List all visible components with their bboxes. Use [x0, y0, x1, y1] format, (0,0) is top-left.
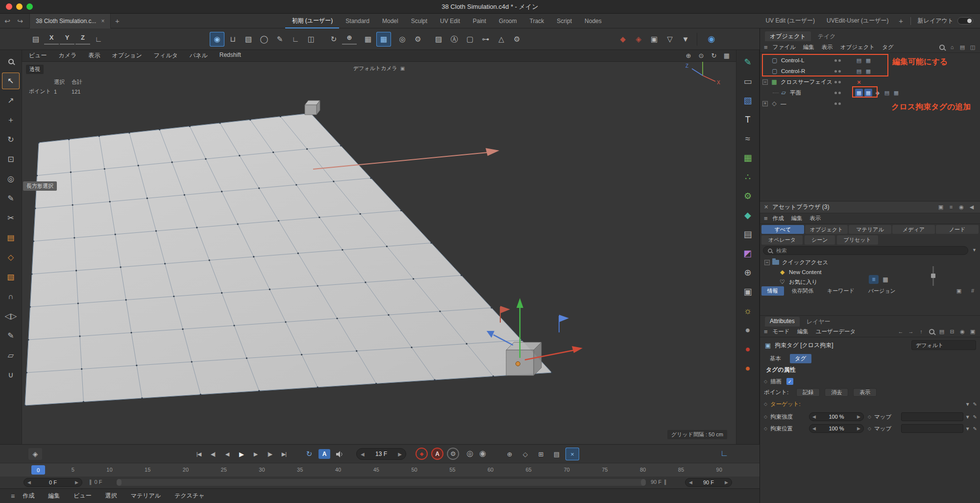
- transport-button-5[interactable]: |▶: [263, 448, 276, 460]
- attr-tab-1[interactable]: レイヤー: [802, 317, 835, 327]
- dynamics-icon[interactable]: ⚙: [738, 188, 757, 204]
- knife-icon[interactable]: ✂: [2, 210, 20, 226]
- layout-lock-toggle[interactable]: [957, 17, 973, 25]
- spline-icon[interactable]: ≈: [738, 130, 757, 147]
- axis-y-icon[interactable]: Y: [60, 32, 74, 45]
- camera-icon[interactable]: ▣: [738, 283, 757, 300]
- spline-pen-icon[interactable]: ✎: [2, 327, 20, 344]
- add-layout-button[interactable]: +: [895, 17, 907, 25]
- dec-icon[interactable]: ◀: [812, 414, 816, 419]
- range-start-dec-icon[interactable]: ◀: [27, 480, 31, 485]
- spline-pen-obj-icon[interactable]: ✎: [738, 54, 757, 70]
- scene-icon[interactable]: ⊕: [738, 264, 757, 280]
- lock-icon[interactable]: ⊟: [948, 327, 956, 336]
- ab-sub-tab-2[interactable]: プリセット: [837, 235, 878, 245]
- generator-icon[interactable]: ▤: [738, 226, 757, 242]
- target-rec-icon[interactable]: ◉: [958, 327, 967, 336]
- position-map-field[interactable]: [901, 424, 963, 433]
- document-tab[interactable]: 38 Cloth Simulation.c... ×: [29, 14, 111, 28]
- display-tag-icon[interactable]: ▤: [855, 67, 863, 75]
- move-icon[interactable]: ＋: [2, 112, 20, 128]
- uv-tag-icon[interactable]: ▦: [892, 89, 900, 97]
- ab-info-tab-1[interactable]: 依存関係: [786, 286, 819, 296]
- ab-sub-tab-0[interactable]: オペレータ: [761, 235, 803, 245]
- record-rotation-icon[interactable]: ◉: [479, 449, 486, 458]
- layout-tab-0[interactable]: 初期 (ユーザー): [285, 14, 339, 28]
- undo-icon[interactable]: ↩: [2, 16, 13, 26]
- simulate-icon[interactable]: ◉: [210, 32, 224, 47]
- panel-icon[interactable]: ◫: [968, 43, 977, 52]
- om-menu-4[interactable]: タグ: [882, 44, 894, 51]
- cylinder-icon[interactable]: ⊔: [225, 32, 240, 47]
- content-box-icon[interactable]: ▤: [28, 32, 43, 47]
- position-stepper[interactable]: ◀ 100 % ▶: [809, 424, 864, 433]
- sphere-icon[interactable]: ◯: [257, 32, 271, 47]
- loop-icon[interactable]: ↻: [303, 448, 316, 460]
- edit-icon[interactable]: ✎: [973, 426, 977, 431]
- layout-tab-4[interactable]: UV Edit: [434, 14, 466, 28]
- om-menu-1[interactable]: 編集: [803, 44, 814, 51]
- annotate-icon[interactable]: Ⓐ: [447, 32, 462, 47]
- keyframe-settings-icon[interactable]: ⚙: [447, 448, 459, 460]
- toggle-view-icon[interactable]: ▦: [721, 51, 732, 61]
- collapse-icon[interactable]: ◀: [967, 203, 976, 212]
- record-keyframe-button[interactable]: ◆: [416, 448, 428, 460]
- list-icon[interactable]: ≡: [947, 203, 956, 212]
- ab-sub-tab-1[interactable]: シーン: [805, 235, 835, 245]
- bottom-menu-1[interactable]: 編集: [48, 492, 60, 500]
- timeline-expand-icon[interactable]: ∟: [720, 449, 729, 458]
- rotate-cube-icon[interactable]: ↻: [326, 32, 341, 47]
- deformer-icon[interactable]: ◩: [738, 245, 757, 261]
- om-tab-1[interactable]: テイク: [813, 31, 841, 41]
- layout-tab-1[interactable]: Standard: [339, 14, 376, 28]
- axis-x-icon[interactable]: X: [44, 32, 59, 45]
- hash-icon[interactable]: #: [967, 287, 979, 295]
- transport-button-2[interactable]: ◀: [220, 448, 234, 460]
- viewport-menu-5[interactable]: パネル: [190, 51, 208, 60]
- ab-category-tab-2[interactable]: マテリアル: [849, 225, 891, 234]
- layout-tab-6[interactable]: Groom: [492, 14, 523, 28]
- visibility-dots[interactable]: [834, 81, 841, 83]
- transport-button-6[interactable]: ▶|: [277, 448, 291, 460]
- object-name[interactable]: Control-L: [781, 57, 804, 63]
- om-menu-2[interactable]: 表示: [822, 44, 833, 51]
- camera-label[interactable]: デフォルトカメラ ▣: [353, 65, 405, 72]
- cut-tool-icon[interactable]: ×: [565, 448, 579, 460]
- pan-icon[interactable]: ⊕: [683, 51, 694, 61]
- object-row[interactable]: ▢ Control-R ▤▦: [760, 66, 980, 76]
- layout-tab-8[interactable]: Script: [550, 14, 578, 28]
- layout-tab-7[interactable]: Track: [523, 14, 551, 28]
- orbit-icon[interactable]: ↻: [709, 51, 719, 61]
- chevron-down-icon[interactable]: ▼: [965, 402, 970, 407]
- disabled-x-icon[interactable]: ×: [855, 78, 863, 86]
- copy2-icon[interactable]: ▣: [953, 287, 965, 295]
- search2-icon[interactable]: [927, 327, 936, 336]
- collapse-icon[interactable]: −: [764, 260, 770, 265]
- visibility-dots[interactable]: [834, 92, 841, 94]
- frame-decrement-icon[interactable]: ◀: [361, 452, 365, 457]
- text-icon[interactable]: T: [738, 111, 757, 127]
- key-icon[interactable]: ⊶: [478, 32, 493, 47]
- draw-checkbox[interactable]: ✓: [786, 378, 793, 385]
- ab-category-tab-0[interactable]: すべて: [761, 225, 804, 234]
- bottom-menu-2[interactable]: ビュー: [74, 492, 92, 500]
- ab-info-tab-0[interactable]: 情報: [761, 286, 784, 296]
- workplane-icon[interactable]: ▦: [361, 32, 375, 47]
- transport-button-1[interactable]: ◀|: [206, 448, 220, 460]
- axis-z-icon[interactable]: Z: [75, 32, 90, 45]
- edit-icon[interactable]: ✎: [973, 414, 977, 420]
- current-frame-field[interactable]: ◀ 13 F ▶: [356, 448, 406, 460]
- om-tab-0[interactable]: オブジェクト: [765, 31, 811, 41]
- visibility-dots[interactable]: [834, 59, 841, 62]
- timeline-ruler[interactable]: 0 051015202530354045505560657075808590: [0, 463, 760, 477]
- thumbnail-size-slider[interactable]: [932, 266, 934, 286]
- layout-tab-5[interactable]: Paint: [466, 14, 492, 28]
- range-start-inc-icon[interactable]: ▶: [75, 480, 78, 485]
- record-icon[interactable]: ◉: [957, 203, 966, 212]
- chevron-down-icon[interactable]: ▼: [965, 426, 970, 431]
- ring-icon[interactable]: ◎: [395, 32, 410, 47]
- viewport-menu-2[interactable]: 表示: [88, 51, 100, 60]
- workplane-lock-icon[interactable]: ∟: [91, 32, 106, 47]
- transport-button-0[interactable]: |◀: [192, 448, 205, 460]
- render-all-icon[interactable]: ▼: [678, 32, 693, 47]
